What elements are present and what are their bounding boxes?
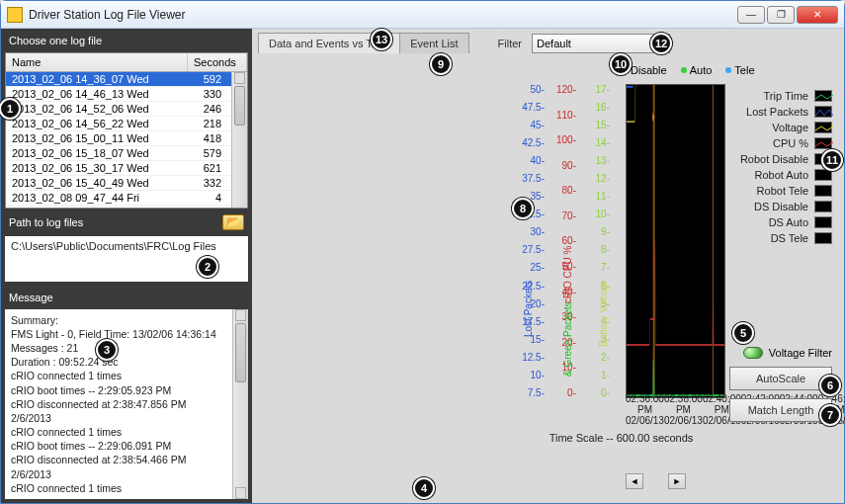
ylabel-packets: & Green Packets <box>562 301 573 377</box>
match-length-button[interactable]: Match Length <box>729 398 832 422</box>
table-row[interactable]: 2013_02_06 14_46_13 Wed330 <box>6 87 231 102</box>
x-axis-title: Time Scale -- 600.00 seconds <box>517 432 725 444</box>
legend-robot-disable: Robot Disable <box>740 153 808 165</box>
path-label: Path to log files <box>9 216 83 228</box>
col-name[interactable]: Name <box>6 53 188 71</box>
app-window: Driver Station Log File Viewer — ❐ ✕ Cho… <box>0 0 845 504</box>
callout-2: 2 <box>197 256 218 278</box>
callout-10: 10 <box>610 53 632 75</box>
voltage-filter-led[interactable] <box>743 347 763 359</box>
callout-3: 3 <box>96 339 118 361</box>
x-tick-labels: 02:36:00 PM02/06/1302:38:00 PM02/06/1302… <box>626 393 725 426</box>
choose-log-label: Choose one log file <box>9 35 102 46</box>
legend-top: Disable Auto Tele Connect Radio+ Radio- … <box>622 64 845 76</box>
callout-1: 1 <box>0 98 21 120</box>
legend-robot-auto: Robot Auto <box>755 169 808 181</box>
table-row[interactable]: 2013_02_06 15_18_07 Wed579 <box>6 146 231 161</box>
ylabel-lost: Lost Packets <box>523 281 534 337</box>
close-button[interactable]: ✕ <box>797 6 838 24</box>
legend-auto: Auto <box>690 64 713 76</box>
callout-12: 12 <box>650 33 672 54</box>
message-scrollbar[interactable] <box>232 309 248 499</box>
app-icon <box>7 7 23 23</box>
legend-voltage: Voltage <box>772 122 808 133</box>
legend-ds-tele: DS Tele <box>771 232 808 244</box>
table-row[interactable]: 2013_02_06 14_36_07 Wed592 <box>6 72 231 87</box>
table-row[interactable]: 2013_02_06 15_30_17 Wed621 <box>6 161 231 176</box>
callout-7: 7 <box>819 404 841 426</box>
legend-ds-disable: DS Disable <box>754 201 808 212</box>
autoscale-button[interactable]: AutoScale <box>729 367 832 390</box>
minimize-button[interactable]: — <box>737 6 765 24</box>
plot-canvas[interactable] <box>626 84 725 398</box>
legend-cpu: CPU % <box>773 137 808 149</box>
right-panel: Data and Events vs Time Event List Filte… <box>252 29 844 503</box>
legend-lost-packets: Lost Packets <box>746 106 808 118</box>
window-title: Driver Station Log File Viewer <box>29 8 737 22</box>
callout-8: 8 <box>512 198 534 219</box>
path-header: Path to log files 📂 <box>1 209 252 236</box>
callout-11: 11 <box>821 149 843 171</box>
callout-13: 13 <box>371 29 392 50</box>
table-row[interactable]: 2013_02_06 15_40_49 Wed332 <box>6 176 231 191</box>
callout-6: 6 <box>819 375 841 396</box>
callout-9: 9 <box>430 53 452 75</box>
callout-5: 5 <box>732 322 754 344</box>
ylabel-battery: Battery Voltage <box>598 280 609 347</box>
log-file-table[interactable]: Name Seconds 2013_02_06 14_36_07 Wed5922… <box>5 52 248 209</box>
message-box: Summary:FMS Light - 0, Field Time: 13/02… <box>5 309 248 499</box>
table-row[interactable]: 2013_02_06 14_52_06 Wed246 <box>6 102 231 117</box>
legend-robot-tele: Robot Tele <box>757 185 808 197</box>
legend-tele: Tele <box>734 64 754 76</box>
table-row[interactable]: 2013_02_06 14_56_22 Wed218 <box>6 117 231 131</box>
chart-area: 50-47.5-45-42.5-40-37.5-35-32.5-30-27.5-… <box>517 80 725 448</box>
time-scrollbar[interactable]: ◄ ► <box>626 473 686 489</box>
legend-ds-auto: DS Auto <box>769 216 808 228</box>
maximize-button[interactable]: ❐ <box>767 6 795 24</box>
filter-value: Default <box>537 38 571 49</box>
voltage-filter-label: Voltage Filter <box>769 347 832 359</box>
legend-trip-time: Trip Time <box>764 90 808 102</box>
titlebar: Driver Station Log File Viewer — ❐ ✕ <box>1 1 844 29</box>
message-header: Message <box>1 286 252 309</box>
col-seconds[interactable]: Seconds <box>188 53 247 71</box>
ylabel-cpu: cRIO CPU % <box>562 246 573 303</box>
table-scrollbar[interactable] <box>231 72 247 209</box>
browse-folder-icon[interactable]: 📂 <box>222 214 244 230</box>
choose-log-header: Choose one log file <box>1 29 252 52</box>
tab-event-list[interactable]: Event List <box>399 33 468 53</box>
legend-disable: Disable <box>631 64 667 76</box>
message-label: Message <box>9 292 53 303</box>
callout-4: 4 <box>413 477 435 499</box>
filter-label: Filter <box>498 38 522 49</box>
scroll-right-icon[interactable]: ► <box>668 473 686 489</box>
table-row[interactable]: 2013_02_08 09_47_44 Fri4 <box>6 191 231 206</box>
table-row[interactable]: 2013_02_06 15_00_11 Wed418 <box>6 131 231 146</box>
series-legend: Trip Time Lost Packets Voltage CPU % Rob… <box>729 90 832 248</box>
scroll-left-icon[interactable]: ◄ <box>626 473 643 489</box>
